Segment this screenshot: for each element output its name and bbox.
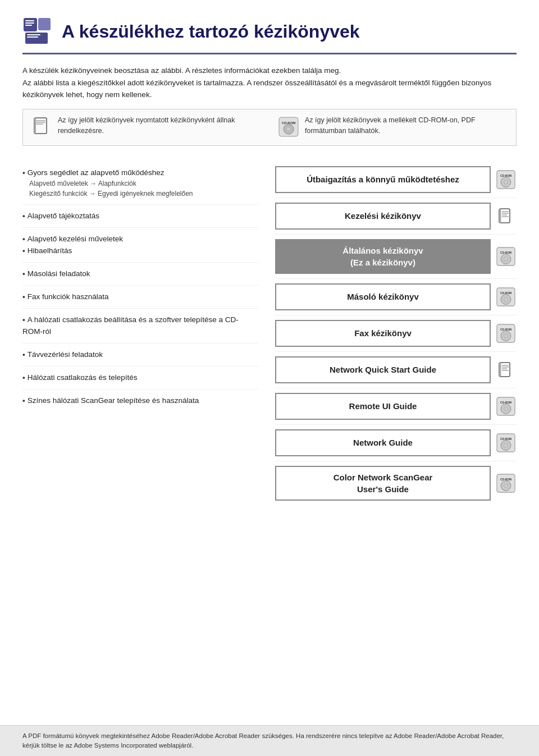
book-box: Másoló kézikönyv bbox=[275, 283, 491, 310]
right-column: Útbaigazítás a könnyű működtetéshez CD-R… bbox=[270, 162, 517, 505]
left-item: •Színes hálózati ScanGear telepítése és … bbox=[22, 390, 258, 412]
cdrom-icon: CD-ROM bbox=[495, 170, 517, 189]
right-item: Általános kézikönyv(Ez a kézikönyv) CD-R… bbox=[275, 235, 517, 279]
left-column: •Gyors segédlet az alapvető működéshezAl… bbox=[22, 162, 270, 505]
svg-rect-4 bbox=[25, 25, 32, 26]
left-item: •Hálózati csatlakozás és telepítés bbox=[22, 366, 258, 390]
svg-point-17 bbox=[288, 129, 289, 130]
svg-point-33 bbox=[505, 258, 507, 260]
svg-rect-7 bbox=[27, 36, 38, 38]
svg-point-59 bbox=[505, 445, 507, 446]
footer: A PDF formátumú könyvek megtekintéséhez … bbox=[0, 725, 539, 757]
svg-rect-1 bbox=[38, 18, 51, 30]
svg-rect-2 bbox=[25, 20, 34, 21]
book-box: Általános kézikönyv(Ez a kézikönyv) bbox=[275, 239, 491, 274]
svg-rect-12 bbox=[34, 118, 36, 134]
page-header: A készülékhez tartozó kézikönyvek bbox=[22, 17, 517, 54]
svg-text:CD-ROM: CD-ROM bbox=[500, 291, 511, 294]
left-item: •Másolási feladatok bbox=[22, 263, 258, 286]
right-item: Remote UI Guide CD-ROM bbox=[275, 388, 517, 425]
right-item: Fax kézikönyv CD-ROM bbox=[275, 315, 517, 352]
cdrom-icon: CD-ROM bbox=[495, 247, 517, 266]
svg-text:CD-ROM: CD-ROM bbox=[500, 437, 511, 440]
cdrom-legend-icon: CD-ROM bbox=[278, 116, 299, 140]
book-box: Network Guide bbox=[275, 429, 491, 456]
book-legend-icon bbox=[32, 116, 52, 139]
left-item: •Alapvető tájékoztatás bbox=[22, 205, 258, 228]
svg-point-38 bbox=[505, 299, 507, 300]
book-box: Network Quick Start Guide bbox=[275, 356, 491, 383]
svg-point-22 bbox=[505, 181, 507, 183]
legend-print-text: Az így jelölt kézikönyvek nyomtatott kéz… bbox=[58, 115, 261, 136]
legend-cdrom: CD-ROM Az így jelölt kézikönyvek a mellé… bbox=[278, 115, 507, 140]
book-box: Color Network ScanGearUser's Guide bbox=[275, 466, 491, 501]
intro-paragraph: A készülék kézikönyveinek beosztása az a… bbox=[22, 65, 517, 101]
svg-rect-8 bbox=[34, 118, 47, 134]
book-box: Kezelési kézikönyv bbox=[275, 203, 491, 230]
legend-print: Az így jelölt kézikönyvek nyomtatott kéz… bbox=[32, 115, 261, 140]
svg-text:CD-ROM: CD-ROM bbox=[500, 251, 511, 254]
cdrom-icon: CD-ROM bbox=[495, 324, 517, 343]
cdrom-icon: CD-ROM bbox=[495, 397, 517, 416]
right-item: Útbaigazítás a könnyű működtetéshez CD-R… bbox=[275, 162, 517, 198]
right-item: Kezelési kézikönyv bbox=[275, 198, 517, 235]
svg-rect-3 bbox=[25, 22, 34, 24]
cdrom-icon: CD-ROM bbox=[495, 433, 517, 452]
svg-text:CD-ROM: CD-ROM bbox=[500, 174, 511, 177]
left-item: •A hálózati csatlakozás beállítása és a … bbox=[22, 309, 258, 343]
book-icon bbox=[495, 208, 517, 224]
svg-text:CD-ROM: CD-ROM bbox=[500, 328, 511, 331]
right-item: Network Quick Start Guide bbox=[275, 352, 517, 388]
right-item: Másoló kézikönyv CD-ROM bbox=[275, 279, 517, 315]
book-box: Útbaigazítás a könnyű működtetéshez bbox=[275, 166, 491, 193]
svg-point-43 bbox=[505, 335, 507, 337]
cdrom-icon: CD-ROM bbox=[495, 474, 517, 493]
right-item: Color Network ScanGearUser's Guide CD-RO… bbox=[275, 461, 517, 505]
book-box: Remote UI Guide bbox=[275, 393, 491, 420]
left-item: •Távvezérlési feladatok bbox=[22, 343, 258, 366]
cdrom-icon: CD-ROM bbox=[495, 287, 517, 306]
svg-text:CD-ROM: CD-ROM bbox=[500, 478, 511, 480]
svg-point-54 bbox=[505, 408, 507, 410]
book-box: Fax kézikönyv bbox=[275, 320, 491, 347]
left-item: •Alapvető kezelési műveletek•Hibaelhárít… bbox=[22, 228, 258, 263]
svg-rect-24 bbox=[499, 209, 501, 223]
left-item: •Fax funkciók használata bbox=[22, 286, 258, 309]
right-item: Network Guide CD-ROM bbox=[275, 425, 517, 461]
svg-point-64 bbox=[505, 485, 507, 487]
book-icon bbox=[495, 361, 517, 378]
header-icon bbox=[22, 17, 52, 46]
footer-text: A PDF formátumú könyvek megtekintéséhez … bbox=[22, 732, 504, 749]
content-grid: •Gyors segédlet az alapvető működéshezAl… bbox=[22, 162, 517, 505]
svg-rect-6 bbox=[27, 34, 40, 35]
svg-text:CD-ROM: CD-ROM bbox=[500, 401, 511, 404]
left-item: •Gyors segédlet az alapvető működéshezAl… bbox=[22, 162, 258, 205]
legend-cdrom-text: Az így jelölt kézikönyvek a mellékelt CD… bbox=[305, 115, 507, 136]
icon-legend: Az így jelölt kézikönyvek nyomtatott kéz… bbox=[22, 109, 517, 146]
svg-rect-45 bbox=[499, 363, 501, 377]
page-title: A készülékhez tartozó kézikönyvek bbox=[62, 21, 360, 42]
